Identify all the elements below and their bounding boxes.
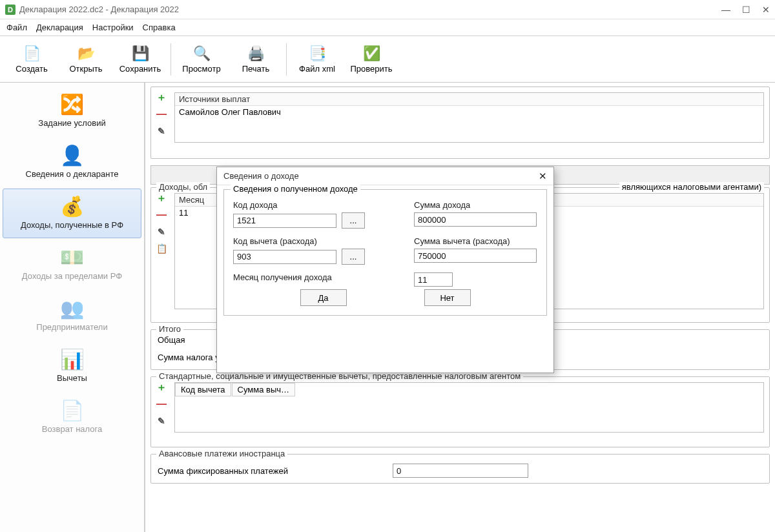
income-sum-label: Сумма дохода (414, 200, 537, 210)
sidebar: 🔀Задание условий 👤Сведения о декларанте … (0, 83, 145, 532)
sidebar-item-declarant[interactable]: 👤Сведения о декларанте (3, 138, 141, 187)
sidebar-item-income-rf[interactable]: 💰Доходы, полученные в РФ (3, 189, 141, 238)
menu-declaration[interactable]: Декларация (36, 23, 83, 32)
income-month-input[interactable] (414, 272, 453, 287)
toolbar-separator (286, 43, 287, 76)
toolbar-separator (170, 43, 171, 76)
dialog-yes-button[interactable]: Да (300, 289, 347, 306)
save-icon: 💾 (131, 45, 149, 63)
income-info-dialog: Сведения о доходе ✕ Сведения о полученно… (216, 167, 554, 373)
sidebar-item-tax-return[interactable]: 📄Возврат налога (3, 393, 141, 442)
deduction-code-input[interactable] (233, 250, 336, 264)
agent-deductions-group: Стандартные, социальные и имущественные … (150, 376, 770, 447)
preview-icon: 🔍 (192, 45, 211, 63)
calc-icon: 📊 (59, 346, 85, 372)
add-source-button[interactable]: ＋ (155, 91, 168, 104)
window-title: Декларация 2022.dc2 - Декларация 2022 (19, 5, 721, 14)
bag-icon: 💵 (59, 244, 85, 270)
people-icon: 👥 (59, 295, 85, 321)
advance-label: Сумма фиксированных платежей (158, 466, 384, 476)
sidebar-item-entrepreneurs[interactable]: 👥Предприниматели (3, 291, 141, 340)
deduction-sum-input[interactable] (414, 249, 537, 263)
add-income-button[interactable]: ＋ (155, 192, 168, 205)
income-code-lookup-button[interactable]: ... (342, 212, 365, 229)
new-file-icon: 📄 (23, 45, 41, 63)
toolbar-preview[interactable]: 🔍Просмотр (175, 39, 228, 80)
income-sum-input[interactable] (414, 212, 537, 227)
sidebar-item-deductions[interactable]: 📊Вычеты (3, 342, 141, 391)
maximize-button[interactable]: ☐ (742, 5, 750, 15)
dialog-no-button[interactable]: Нет (424, 289, 471, 306)
deductions-list-header: Код вычета Сумма выч… (175, 383, 763, 396)
edit-source-button[interactable]: ✎ (155, 125, 168, 138)
add-deduction-button[interactable]: ＋ (155, 381, 168, 394)
toolbar-check[interactable]: ✅Проверить (345, 39, 398, 80)
dialog-close-button[interactable]: ✕ (539, 170, 547, 182)
remove-source-button[interactable]: — (155, 108, 168, 121)
sidebar-item-conditions[interactable]: 🔀Задание условий (3, 87, 141, 136)
coins-icon: 💰 (59, 193, 85, 219)
edit-deduction-button[interactable]: ✎ (155, 414, 168, 427)
xml-icon: 📑 (308, 45, 326, 63)
toolbar-xml[interactable]: 📑Файл xml (291, 39, 344, 80)
check-icon: ✅ (362, 45, 380, 63)
menubar: Файл Декларация Настройки Справка (0, 19, 775, 36)
toolbar-open[interactable]: 📂Открыть (59, 39, 112, 80)
income-code-label: Код дохода (233, 200, 401, 210)
sidebar-item-income-foreign[interactable]: 💵Доходы за пределами РФ (3, 240, 141, 289)
deductions-list[interactable]: Код вычета Сумма выч… (174, 382, 764, 433)
toolbar-print[interactable]: 🖨️Печать (229, 39, 282, 80)
advance-group: Авансовые платежи иностранца Сумма фикси… (150, 454, 770, 484)
remove-income-button[interactable]: — (155, 209, 168, 221)
toolbar-create[interactable]: 📄Создать (5, 39, 58, 80)
sources-list-row[interactable]: Самойлов Олег Павлович (175, 106, 763, 118)
dialog-fieldset: Сведения о полученном доходе Код дохода … (223, 189, 547, 316)
advance-input[interactable] (393, 464, 528, 478)
copy-income-button[interactable]: 📋 (155, 242, 168, 255)
app-icon: D (5, 5, 16, 15)
remove-deduction-button[interactable]: — (155, 398, 168, 411)
tree-icon: 🔀 (59, 91, 85, 117)
close-button[interactable]: ✕ (762, 5, 770, 15)
toolbar-save[interactable]: 💾Сохранить (114, 39, 167, 80)
titlebar: D Декларация 2022.dc2 - Декларация 2022 … (0, 0, 775, 19)
doc-icon: 📄 (59, 397, 85, 423)
edit-income-button[interactable]: ✎ (155, 225, 168, 238)
menu-settings[interactable]: Настройки (92, 23, 134, 32)
toolbar: 📄Создать 📂Открыть 💾Сохранить 🔍Просмотр 🖨… (0, 36, 775, 83)
menu-file[interactable]: Файл (6, 23, 27, 32)
deduction-code-label: Код вычета (расхода) (233, 236, 401, 246)
minimize-button[interactable]: — (721, 5, 730, 15)
folder-open-icon: 📂 (77, 45, 95, 63)
menu-help[interactable]: Справка (143, 23, 176, 32)
income-group-title-suffix: являющихся налоговыми агентами) (619, 182, 764, 192)
payment-sources-group: ＋ — ✎ Источники выплат Самойлов Олег Пав… (150, 87, 770, 159)
deduction-sum-label: Сумма вычета (расхода) (414, 236, 537, 246)
dialog-title: Сведения о доходе (223, 171, 539, 181)
print-icon: 🖨️ (247, 45, 265, 63)
person-icon: 👤 (59, 142, 85, 168)
income-code-input[interactable] (233, 214, 336, 228)
income-month-label: Месяц получения дохода (233, 272, 401, 282)
sources-list[interactable]: Источники выплат Самойлов Олег Павлович (174, 92, 764, 143)
sources-list-header: Источники выплат (175, 93, 763, 106)
deduction-code-lookup-button[interactable]: ... (342, 249, 365, 265)
